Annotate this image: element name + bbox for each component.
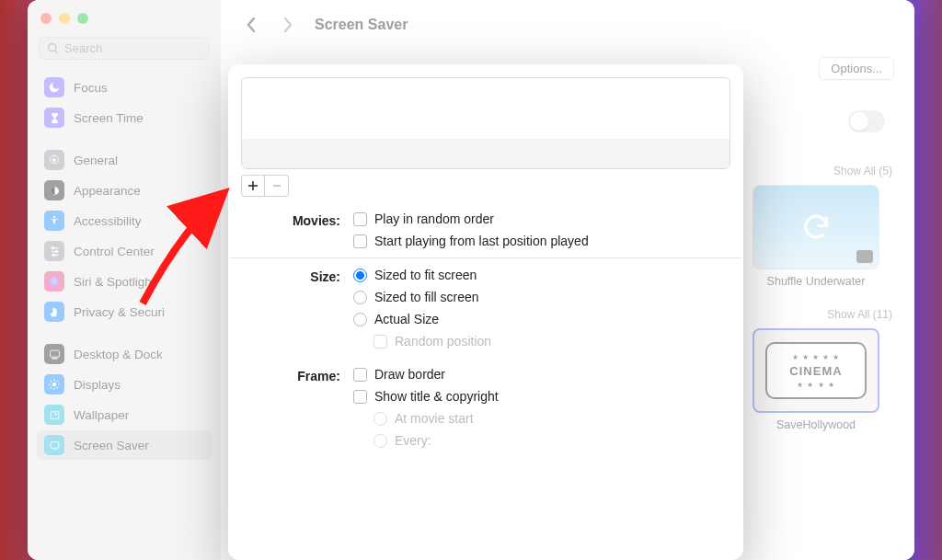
back-button[interactable] <box>241 11 261 39</box>
sidebar-item-displays[interactable]: Displays <box>37 370 212 399</box>
checkbox-icon <box>353 234 367 248</box>
svg-line-1 <box>55 51 58 53</box>
option-label: Play in random order <box>374 211 494 226</box>
checkbox-icon <box>353 368 367 382</box>
chevron-right-icon <box>282 17 293 33</box>
remove-movie-button[interactable] <box>265 175 289 197</box>
sidebar-item-accessibility[interactable]: Accessibility <box>37 206 212 235</box>
sidebar-item-appearance[interactable]: Appearance <box>37 176 212 205</box>
hourglass-icon <box>44 108 64 128</box>
dock-icon <box>44 344 64 364</box>
sidebar-item-label: Siri & Spotlight <box>74 275 155 289</box>
search-input[interactable]: Search <box>39 37 210 60</box>
radio-icon <box>353 291 367 304</box>
svg-point-24 <box>54 413 56 415</box>
accessibility-icon <box>44 211 64 231</box>
appearance-icon <box>44 180 64 200</box>
svg-point-4 <box>53 216 55 218</box>
close-window-button[interactable] <box>40 13 52 24</box>
sidebar: Search FocusScreen TimeGeneralAppearance… <box>28 0 221 560</box>
add-movie-button[interactable] <box>241 175 265 197</box>
radio-every: Every: <box>353 433 729 448</box>
option-label: Random position <box>395 334 491 349</box>
sidebar-item-label: Control Center <box>74 245 155 258</box>
radio-icon <box>353 269 367 282</box>
checkbox-start-playing-from-last-position-played[interactable]: Start playing from last position played <box>353 234 729 248</box>
svg-point-9 <box>55 250 57 252</box>
checkbox-icon <box>353 390 367 404</box>
svg-rect-12 <box>50 350 59 357</box>
radio-actual-size[interactable]: Actual Size <box>353 312 729 326</box>
sidebar-item-label: Screen Saver <box>74 439 149 452</box>
screensaver-thumbnail-savehollywood[interactable]: ★ ★ ★ ★ ★ CINEMA ★ ★ ★ ★ <box>752 328 879 413</box>
radio-sized-to-fit-screen[interactable]: Sized to fit screen <box>353 268 729 282</box>
screensaver-thumbnail-shuffle-underwater[interactable] <box>752 185 879 269</box>
sidebar-item-general[interactable]: General <box>37 145 212 175</box>
screensaver-icon <box>44 435 64 455</box>
checkbox-draw-border[interactable]: Draw border <box>353 367 729 382</box>
sidebar-item-focus[interactable]: Focus <box>37 73 212 102</box>
sidebar-item-label: Focus <box>74 81 108 95</box>
option-label: Sized to fill screen <box>374 290 479 304</box>
svg-rect-23 <box>51 411 59 418</box>
sidebar-item-label: Accessibility <box>74 214 142 228</box>
radio-icon <box>353 313 367 326</box>
minimize-window-button[interactable] <box>59 13 70 24</box>
radio-icon <box>373 434 387 448</box>
cinema-ticket-icon: ★ ★ ★ ★ ★ CINEMA ★ ★ ★ ★ <box>765 342 867 399</box>
sidebar-item-label: Screen Time <box>74 111 144 125</box>
sidebar-item-screen-saver[interactable]: Screen Saver <box>37 430 212 460</box>
svg-point-0 <box>49 44 56 51</box>
hand-icon <box>44 302 64 322</box>
checkbox-icon <box>373 335 387 349</box>
refresh-icon <box>800 211 832 243</box>
show-all-link[interactable]: Show All (11) <box>738 304 894 328</box>
screensaver-toggle[interactable] <box>848 110 885 132</box>
plus-icon <box>247 180 258 191</box>
option-label: Every: <box>395 433 431 448</box>
sidebar-item-screen-time[interactable]: Screen Time <box>37 103 212 132</box>
thumbnail-label: Shuffle Underwater <box>738 275 894 288</box>
checkbox-show-title-copyright[interactable]: Show title & copyright <box>353 389 729 404</box>
sidebar-item-label: Displays <box>74 378 121 392</box>
svg-line-20 <box>57 387 58 388</box>
add-remove-controls <box>241 175 730 197</box>
sidebar-item-label: Appearance <box>74 184 141 198</box>
option-label: Actual Size <box>374 312 439 326</box>
sun-icon <box>44 374 64 394</box>
section-label: Movies: <box>243 211 353 228</box>
radio-at-movie-start: At movie start <box>353 411 729 426</box>
show-all-link[interactable]: Show All (5) <box>738 161 894 185</box>
option-label: Start playing from last position played <box>374 234 589 248</box>
page-title: Screen Saver <box>315 17 408 33</box>
sidebar-item-label: Privacy & Securi <box>74 305 165 319</box>
options-button[interactable]: Options... <box>819 57 894 80</box>
search-icon <box>47 42 59 54</box>
forward-button[interactable] <box>278 11 298 39</box>
sidebar-item-privacy-security[interactable]: Privacy & Securi <box>37 297 212 326</box>
svg-rect-25 <box>51 441 59 448</box>
checkbox-random-position: Random position <box>353 334 729 349</box>
option-label: Draw border <box>374 367 445 382</box>
siri-icon <box>44 271 64 291</box>
thumbnail-label: SaveHollywood <box>738 418 894 431</box>
radio-icon <box>373 412 387 426</box>
option-label: Sized to fit screen <box>374 268 477 282</box>
option-label: Show title & copyright <box>374 389 499 404</box>
radio-sized-to-fill-screen[interactable]: Sized to fill screen <box>353 290 729 304</box>
minus-icon <box>271 180 282 191</box>
sidebar-item-control-center[interactable]: Control Center <box>37 236 212 266</box>
svg-point-8 <box>52 246 53 248</box>
checkbox-play-in-random-order[interactable]: Play in random order <box>353 211 729 226</box>
zoom-window-button[interactable] <box>77 13 88 24</box>
svg-point-10 <box>52 254 54 256</box>
section-label: Frame: <box>243 367 353 383</box>
movies-listbox[interactable] <box>241 77 730 169</box>
sidebar-item-desktop-dock[interactable]: Desktop & Dock <box>37 339 212 369</box>
toolbar: Screen Saver <box>221 0 914 50</box>
sidebar-item-label: Wallpaper <box>74 408 129 422</box>
moon-icon <box>44 77 64 97</box>
sidebar-item-siri-spotlight[interactable]: Siri & Spotlight <box>37 267 212 296</box>
right-column: Show All (5) Shuffle Underwater Show All… <box>738 161 894 448</box>
sidebar-item-wallpaper[interactable]: Wallpaper <box>37 400 212 429</box>
